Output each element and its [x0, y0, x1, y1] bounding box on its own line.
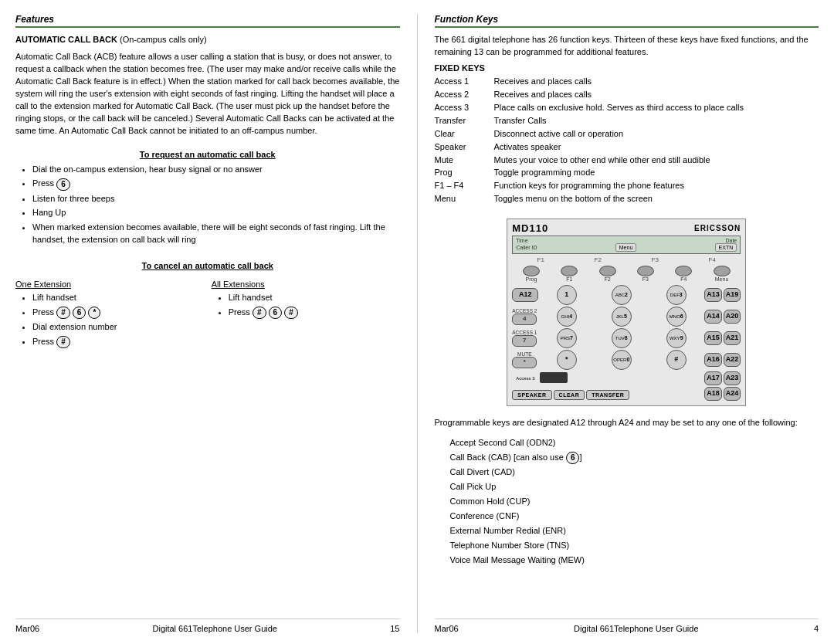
key-6: 6: [56, 178, 70, 191]
cancel-heading: To cancel an automatic call back: [15, 261, 400, 270]
programmable-item: External Number Redial (ENR): [450, 525, 819, 537]
key-1[interactable]: 1: [557, 285, 577, 305]
key-8[interactable]: TUV8: [612, 328, 632, 348]
display-extn-btn[interactable]: EXTN: [715, 243, 737, 252]
left-footer-date: Mar06: [15, 624, 39, 633]
acb-heading: AUTOMATIC CALL BACK: [15, 35, 117, 44]
all-ext-heading: All Extensions: [212, 280, 400, 289]
key-a22[interactable]: A22: [724, 353, 741, 367]
menu-btn-group: Menu: [714, 266, 731, 282]
key-2[interactable]: ABC2: [612, 285, 632, 305]
fixed-key-name: Access 3: [435, 102, 494, 115]
key-0[interactable]: OPER0: [612, 350, 632, 370]
key-a23[interactable]: A23: [724, 371, 741, 385]
acb-body: Automatic Call Back (ACB) feature allows…: [15, 51, 400, 137]
key-a14[interactable]: A14: [704, 310, 722, 324]
fixed-key-desc: Toggles menu on the bottom of the screen: [494, 193, 819, 206]
key-6[interactable]: MNO6: [666, 307, 687, 327]
key-a21[interactable]: A21: [724, 331, 741, 345]
acb-heading-para: AUTOMATIC CALL BACK (On-campus calls onl…: [15, 34, 400, 46]
list-item: Press # 6 *: [32, 307, 204, 319]
key-a20[interactable]: A20: [724, 310, 741, 324]
f3-btn-group: F3: [637, 266, 654, 282]
fkey-label-f3: F3: [652, 256, 659, 263]
fkey-label-f2: F2: [595, 256, 602, 263]
display-row1: Time Date: [516, 238, 737, 243]
one-ext-list: Lift handset Press # 6 * Dial extension …: [32, 292, 204, 348]
key-5[interactable]: JKL5: [612, 307, 632, 327]
list-item: Dial extension number: [32, 321, 204, 334]
fixed-key-row: MenuToggles menu on the bottom of the sc…: [435, 193, 819, 206]
fixed-key-name: Mute: [435, 154, 494, 168]
phone-header: MD110 ERICSSON: [512, 222, 741, 234]
all-ext-list: Lift handset Press # 6 #: [229, 292, 400, 319]
fixed-key-row: F1 – F4Function keys for programming the…: [435, 180, 819, 193]
fixed-key-desc: Function keys for programming the phone …: [494, 180, 819, 193]
f2-label: F2: [604, 276, 610, 282]
clear-btn[interactable]: CLEAR: [554, 390, 585, 400]
left-footer: Mar06 Digital 661Telephone User Guide 15: [15, 619, 400, 633]
fixed-key-desc: Toggle programming mode: [494, 167, 819, 180]
f3-btn[interactable]: [637, 266, 654, 276]
acb-subheading: (On-campus calls only): [120, 35, 206, 44]
fixed-key-row: SpeakerActivates speaker: [435, 141, 819, 154]
fkey-label-f4: F4: [709, 256, 716, 263]
request-heading: To request an automatic call back: [15, 150, 400, 159]
f4-btn-group: F4: [675, 266, 692, 282]
speaker-btn[interactable]: SPEAKER: [512, 390, 551, 400]
key-a13[interactable]: A13: [704, 288, 722, 302]
key-6c: 6: [269, 307, 283, 319]
key-a17[interactable]: A17: [704, 371, 722, 385]
f1-label: F1: [566, 276, 572, 282]
fixed-key-row: Access 3Place calls on exclusive hold. S…: [435, 102, 819, 115]
menu-label: Menu: [715, 276, 729, 282]
f4-btn[interactable]: [675, 266, 692, 276]
display-date: Date: [725, 238, 737, 243]
page-container: Features AUTOMATIC CALL BACK (On-campus …: [0, 0, 834, 644]
right-footer-date: Mar06: [435, 624, 459, 633]
menu-btn[interactable]: [714, 266, 731, 276]
key-3[interactable]: DEF3: [666, 285, 687, 305]
key-star[interactable]: *: [557, 350, 577, 370]
list-item: Press 6: [32, 178, 400, 190]
list-item: Dial the on-campus extension, hear busy …: [32, 164, 400, 176]
bottom-buttons: SPEAKER CLEAR TRANSFER: [512, 388, 648, 400]
prog-btn[interactable]: [523, 266, 540, 276]
one-ext-col: One Extension Lift handset Press # 6 * D…: [15, 280, 204, 353]
key-a16[interactable]: A16: [704, 353, 722, 367]
key-a24[interactable]: A24: [724, 387, 741, 401]
programmable-item: Call Pick Up: [450, 481, 819, 493]
key-hash: #: [56, 307, 70, 319]
key-hash[interactable]: #: [666, 350, 687, 370]
programmable-item: Conference (CNF): [450, 510, 819, 523]
fixed-key-name: Prog: [435, 167, 494, 180]
left-footer-page: 15: [390, 624, 399, 633]
key-4[interactable]: GHI4: [557, 307, 577, 327]
fixed-key-name: Access 1: [435, 76, 494, 89]
programmable-intro: Programmable keys are designated A12 thr…: [435, 417, 819, 429]
right-section-title: Function Keys: [435, 14, 819, 28]
fixed-key-row: ProgToggle programming mode: [435, 167, 819, 180]
f1-btn[interactable]: [561, 266, 578, 276]
fixed-key-row: MuteMutes your voice to other end while …: [435, 154, 819, 168]
key-9[interactable]: WXY9: [666, 328, 687, 348]
f3-label: F3: [642, 276, 649, 282]
fkey-label-f1: F1: [537, 256, 544, 263]
programmable-list: Accept Second Call (ODN2)Call Back (CAB)…: [450, 437, 819, 569]
right-footer-title: Digital 661Telephone User Guide: [574, 624, 698, 633]
key-a19[interactable]: A19: [724, 288, 741, 302]
black-rect: [540, 372, 568, 383]
f2-btn[interactable]: [599, 266, 616, 276]
list-item: Lift handset: [229, 292, 400, 304]
key-a12[interactable]: A12: [512, 288, 538, 302]
fixed-key-name: Transfer: [435, 115, 494, 128]
fixed-key-row: ClearDisconnect active call or operation: [435, 128, 819, 141]
key-hash3: #: [253, 307, 266, 319]
transfer-btn[interactable]: TRANSFER: [586, 390, 629, 400]
key-a15[interactable]: A15: [704, 331, 722, 345]
display-menu-btn[interactable]: Menu: [615, 243, 637, 252]
key-hash4: #: [284, 307, 298, 319]
display-row2: Caller ID Menu EXTN: [516, 243, 737, 252]
key-a18[interactable]: A18: [704, 387, 722, 401]
key-7[interactable]: PRS7: [557, 328, 577, 348]
